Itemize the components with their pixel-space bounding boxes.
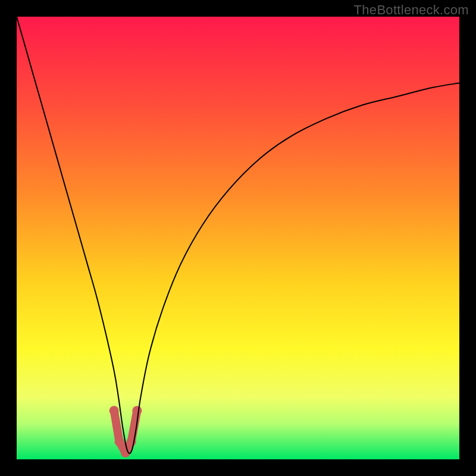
chart-frame: TheBottleneck.com <box>0 0 476 476</box>
curve-layer <box>17 17 459 459</box>
marker-dot <box>109 406 119 415</box>
marker-segment <box>114 411 137 453</box>
marker-dot <box>132 406 142 415</box>
plot-area <box>17 17 459 459</box>
marker-dot <box>115 437 124 446</box>
watermark-text: TheBottleneck.com <box>354 2 469 18</box>
bottleneck-curve <box>17 17 459 453</box>
